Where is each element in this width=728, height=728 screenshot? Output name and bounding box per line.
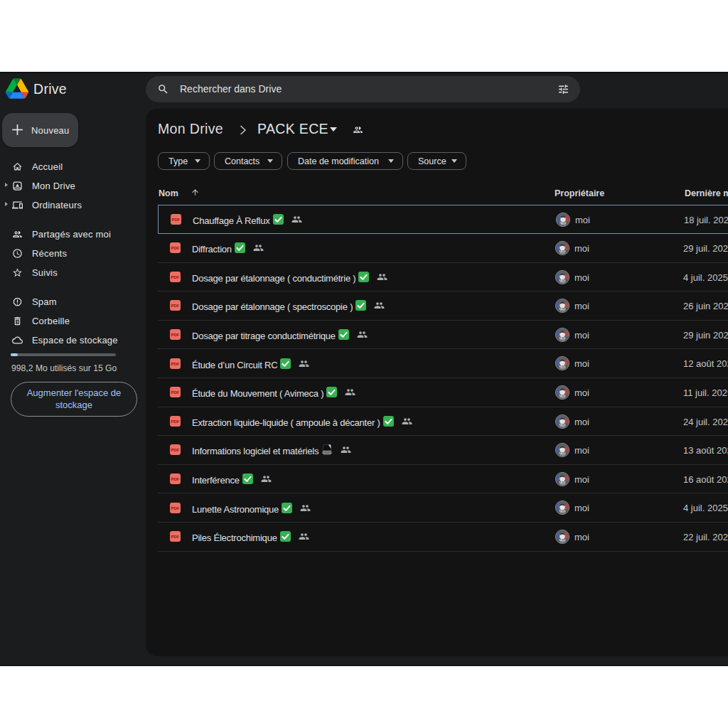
svg-text:PDF: PDF [171, 477, 180, 481]
svg-text:PDF: PDF [171, 275, 180, 279]
svg-text:PDF: PDF [171, 535, 180, 540]
svg-text:PDF: PDF [171, 419, 180, 424]
svg-text:PDF: PDF [171, 304, 180, 309]
svg-text:PDF: PDF [171, 506, 180, 510]
svg-text:PDF: PDF [172, 218, 181, 223]
svg-text:PDF: PDF [171, 247, 180, 251]
svg-text:PDF: PDF [171, 362, 180, 366]
svg-text:PDF: PDF [171, 391, 180, 395]
svg-text:PDF: PDF [171, 333, 180, 337]
svg-text:PDF: PDF [171, 449, 180, 453]
